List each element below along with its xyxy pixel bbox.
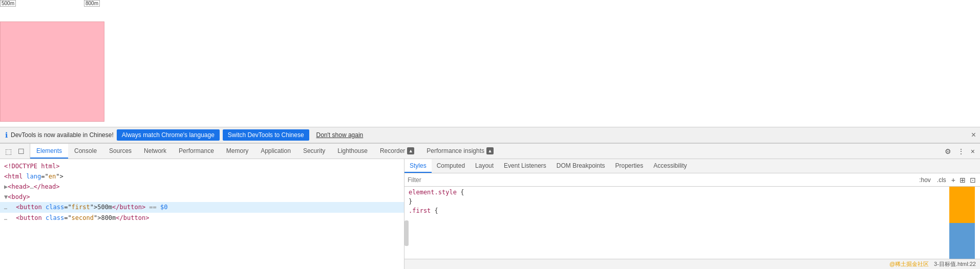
styles-tab-dom-breakpoints[interactable]: DOM Breakpoints xyxy=(551,159,610,173)
tab-sources[interactable]: Sources xyxy=(103,144,138,159)
add-style-rule-button[interactable]: + xyxy=(950,176,956,184)
color-swatch-panel xyxy=(949,187,975,259)
devtools-toolbar-left: ⬚ ☐ xyxy=(0,144,30,159)
tab-application[interactable]: Application xyxy=(254,144,297,159)
status-bar: @稀土掘金社区 3-目标值.html:22 xyxy=(404,259,980,269)
settings-button[interactable]: ⚙ xyxy=(943,146,953,156)
dom-line-button-second[interactable]: … <button class="second">800m</button> xyxy=(0,213,404,223)
recorder-badge: ▲ xyxy=(407,147,414,154)
tab-console[interactable]: Console xyxy=(68,144,103,159)
styles-scrollbar-thumb[interactable] xyxy=(404,220,409,246)
tab-performance-insights[interactable]: Performance insights ▲ xyxy=(420,144,500,159)
ruler-label-800: 800m xyxy=(84,0,100,7)
switch-to-chinese-button[interactable]: Switch DevTools to Chinese xyxy=(223,129,309,141)
styles-panel: Styles Computed Layout Event Listeners D… xyxy=(404,159,980,269)
tab-lighthouse[interactable]: Lighthouse xyxy=(331,144,374,159)
dom-line-head[interactable]: ▶<head>…</head> xyxy=(0,182,404,192)
styles-tab-computed[interactable]: Computed xyxy=(432,159,470,173)
cursor-tool-button[interactable]: ⬚ xyxy=(3,146,14,156)
filter-icons: + ⊞ ⊡ xyxy=(950,176,977,184)
always-match-language-button[interactable]: Always match Chrome's language xyxy=(117,129,220,141)
dom-panel[interactable]: <!DOCTYPE html> <html lang="en"> ▶<head>… xyxy=(0,159,404,269)
tab-recorder[interactable]: Recorder ▲ xyxy=(374,144,420,159)
styles-content: element.style { } .first { xyxy=(404,187,980,218)
styles-tab-properties[interactable]: Properties xyxy=(610,159,649,173)
inspect-tool-button[interactable]: ☐ xyxy=(16,146,27,156)
notification-text: DevTools is now available in Chinese! xyxy=(11,131,114,139)
page-element-box xyxy=(0,21,104,122)
devtools-tabs-list: Elements Console Sources Network Perform… xyxy=(30,144,940,159)
performance-insights-badge: ▲ xyxy=(486,147,494,154)
tab-network[interactable]: Network xyxy=(138,144,173,159)
tab-security[interactable]: Security xyxy=(297,144,331,159)
color-swatch-blue xyxy=(949,223,975,259)
browser-viewport: 500m 800m xyxy=(0,0,980,127)
devtools-tab-bar: ⬚ ☐ Elements Console Sources Network Per… xyxy=(0,144,980,159)
dom-line-html: <html lang="en"> xyxy=(0,171,404,182)
color-swatch-orange xyxy=(949,187,975,223)
ruler-label-500: 500m xyxy=(0,0,16,7)
styles-tab-accessibility[interactable]: Accessibility xyxy=(648,159,692,173)
info-icon: ℹ xyxy=(5,131,8,139)
first-class-rule: .first { xyxy=(409,207,976,214)
tab-elements[interactable]: Elements xyxy=(30,144,68,159)
styles-tabs-bar: Styles Computed Layout Event Listeners D… xyxy=(404,159,980,173)
more-options-button[interactable]: ⋮ xyxy=(955,146,967,156)
panel-content: <!DOCTYPE html> <html lang="en"> ▶<head>… xyxy=(0,159,980,269)
new-style-rule-button[interactable]: ⊞ xyxy=(958,176,967,184)
styles-scroll-area: element.style { } .first { xyxy=(404,187,980,259)
dom-line-doctype: <!DOCTYPE html> xyxy=(0,161,404,171)
styles-filter-bar: :hov .cls + ⊞ ⊡ xyxy=(404,173,980,187)
cls-pseudo-button[interactable]: .cls xyxy=(935,175,948,185)
styles-filter-input[interactable] xyxy=(408,176,915,184)
element-style-close: } xyxy=(409,198,976,205)
dont-show-again-button[interactable]: Don't show again xyxy=(312,129,368,141)
styles-tab-styles[interactable]: Styles xyxy=(404,159,432,173)
watermark-text: @稀土掘金社区 xyxy=(889,260,929,268)
styles-tab-event-listeners[interactable]: Event Listeners xyxy=(499,159,551,173)
toggle-element-state-button[interactable]: ⊡ xyxy=(969,176,977,184)
styles-tab-layout[interactable]: Layout xyxy=(470,159,499,173)
tab-performance[interactable]: Performance xyxy=(173,144,220,159)
close-devtools-button[interactable]: × xyxy=(969,146,977,156)
devtools-toolbar-right: ⚙ ⋮ × xyxy=(940,144,980,159)
dom-line-body[interactable]: ▼<body> xyxy=(0,192,404,202)
element-style-rule: element.style { xyxy=(409,189,976,196)
notification-close-button[interactable]: × xyxy=(971,130,976,140)
tab-memory[interactable]: Memory xyxy=(220,144,254,159)
status-location: 3-目标值.html:22 xyxy=(934,260,976,268)
notification-bar: ℹ DevTools is now available in Chinese! … xyxy=(0,127,980,143)
dom-line-button-first[interactable]: … <button class="first">500m</button> ==… xyxy=(0,202,404,213)
devtools-panel: ⬚ ☐ Elements Console Sources Network Per… xyxy=(0,143,980,269)
hov-pseudo-button[interactable]: :hov xyxy=(917,175,933,185)
